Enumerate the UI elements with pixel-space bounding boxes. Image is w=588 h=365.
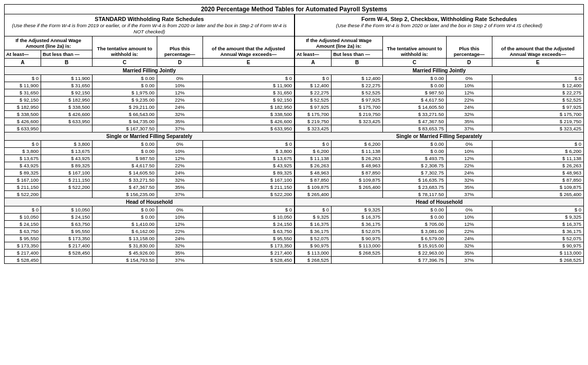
table-row: $ 633,950 $ 167,307.50 37% $ 633,950 $ 3… [5, 125, 584, 132]
right-of-amount-header: of the amount that the Adjusted Annual W… [492, 36, 583, 59]
left-single-header: Single or Married Filling Separately [5, 132, 295, 141]
col-b-right: B [332, 59, 383, 67]
right-single-header: Single or Married Filling Separately [295, 132, 584, 141]
col-b-left: B [41, 59, 93, 67]
col-d-right: D [446, 59, 492, 67]
left-title: STANDARD Withholding Rate Schedules [95, 16, 204, 22]
right-married-b0: $ 12,400 [332, 75, 383, 82]
right-section-header: Form W-4, Step 2, Checkbox, Withholding … [295, 14, 584, 36]
right-plus-header: Plus this percentage— [446, 36, 492, 59]
right-married-d0: 0% [446, 75, 492, 82]
right-at-least-header: At least— [295, 50, 332, 59]
table-row: $ 13,675 $ 43,925 $ 987.50 12% $ 13,675 … [5, 155, 584, 162]
table-row: $ 11,900 $ 31,650 $ 0.00 10% $ 11,900 $ … [5, 82, 584, 89]
col-c-right: C [383, 59, 446, 67]
table-row: $ 0 $ 3,800 $ 0.00 0% $ 0 $ 0 $ 6,200 $ … [5, 141, 584, 148]
table-row: $ 89,325 $ 167,100 $ 14,605.50 24% $ 89,… [5, 169, 584, 177]
main-title: 2020 Percentage Method Tables for Automa… [5, 5, 584, 14]
left-head-header: Head of Household [5, 198, 295, 206]
table-row: $ 43,925 $ 89,325 $ 4,617.50 22% $ 43,92… [5, 162, 584, 169]
table-row: $ 0 $ 11,900 $ 0.00 0% $ 0 $ 0 $ 12,400 … [5, 75, 584, 82]
right-title: Form W-4, Step 2, Checkbox, Withholding … [361, 16, 517, 22]
table-row: $ 92,150 $ 182,950 $ 9,235.00 22% $ 92,1… [5, 97, 584, 104]
right-married-e0: $ 0 [492, 75, 583, 82]
table-row: $ 528,450 $ 154,793.50 37% $ 528,450 $ 2… [5, 257, 584, 264]
table-row: $ 426,600 $ 633,950 $ 94,735.00 35% $ 42… [5, 118, 584, 125]
payroll-table: 2020 Percentage Method Tables for Automa… [4, 4, 584, 264]
table-row: $ 0 $ 10,050 $ 0.00 0% $ 0 $ 0 $ 9,325 $… [5, 206, 584, 214]
left-of-amount-header: of the amount that the Adjusted Annual W… [203, 36, 295, 59]
left-plus-header: Plus this percentage— [157, 36, 203, 59]
table-row: $ 211,150 $ 522,200 $ 47,367.50 35% $ 21… [5, 184, 584, 191]
table-row: $ 3,800 $ 13,675 $ 0.00 10% $ 3,800 $ 6,… [5, 148, 584, 155]
right-but-less-header: But less than — [332, 50, 383, 59]
table-row: $ 63,750 $ 95,550 $ 6,162.00 22% $ 63,75… [5, 228, 584, 235]
right-tentative-header: The tentative amount to withhold is: [383, 36, 446, 59]
left-section-header: STANDARD Withholding Rate Schedules (Use… [5, 14, 295, 36]
table-row: $ 182,950 $ 338,500 $ 29,211.00 24% $ 18… [5, 104, 584, 111]
left-but-less-header: But less than — [41, 50, 93, 59]
col-d-left: D [157, 59, 203, 67]
right-married-a0: $ 0 [295, 75, 332, 82]
left-subtitle: (Use these if the Form W-4 is from 2019 … [12, 23, 286, 34]
left-adj-wage-header: If the Adjusted Annual Wage Amount (line… [5, 36, 93, 50]
left-married-c0: $ 0.00 [93, 75, 157, 82]
left-married-e0: $ 0 [203, 75, 295, 82]
right-married-header: Married Filling Jointly [295, 67, 584, 75]
table-row: $ 217,400 $ 528,450 $ 45,926.00 35% $ 21… [5, 249, 584, 257]
table-row: $ 24,150 $ 63,750 $ 1,410.00 12% $ 24,15… [5, 221, 584, 228]
right-married-c0: $ 0.00 [383, 75, 446, 82]
left-at-least-header: At least— [5, 50, 41, 59]
left-tentative-header: The tentative amount to withhold is: [93, 36, 157, 59]
table-row: $ 95,550 $ 173,350 $ 13,158.00 24% $ 95,… [5, 235, 584, 242]
table-row: $ 31,650 $ 92,150 $ 1,975.00 12% $ 31,65… [5, 89, 584, 97]
left-married-a0: $ 0 [5, 75, 41, 82]
col-a-left: A [5, 59, 41, 67]
left-married-b0: $ 11,900 [41, 75, 93, 82]
left-married-header: Married Filling Jointly [5, 67, 295, 75]
table-row: $ 522,200 $ 156,235.00 37% $ 522,200 $ 2… [5, 191, 584, 198]
left-married-d0: 0% [157, 75, 203, 82]
col-c-left: C [93, 59, 157, 67]
col-e-right: E [492, 59, 583, 67]
right-adj-wage-header: If the Adjusted Annual Wage Amount (line… [295, 36, 383, 50]
table-row: $ 167,100 $ 211,150 $ 33,271.50 32% $ 16… [5, 177, 584, 184]
table-row: $ 338,500 $ 426,600 $ 66,543.00 32% $ 33… [5, 111, 584, 118]
col-a-right: A [295, 59, 332, 67]
table-row: $ 10,050 $ 24,150 $ 0.00 10% $ 10,050 $ … [5, 214, 584, 221]
right-subtitle: (Use these if the Form W-4 is from 2020 … [336, 23, 542, 28]
right-head-header: Head of Household [295, 198, 584, 206]
table-row: $ 173,350 $ 217,400 $ 31,830.00 32% $ 17… [5, 242, 584, 249]
col-e-left: E [203, 59, 295, 67]
